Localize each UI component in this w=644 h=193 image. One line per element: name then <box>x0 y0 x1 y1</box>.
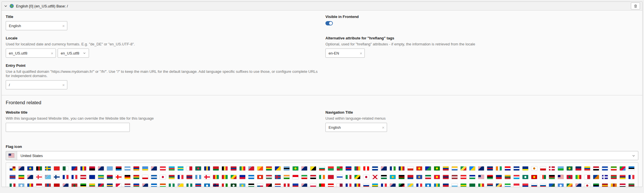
flag-option-guinea[interactable] <box>211 173 220 181</box>
flag-option-north-macedonia[interactable] <box>530 173 538 181</box>
clear-icon[interactable]: × <box>380 125 384 130</box>
flag-option-ghana[interactable] <box>132 173 141 181</box>
flag-option-fiji[interactable] <box>43 173 52 181</box>
flag-option-guyana[interactable] <box>229 173 238 181</box>
flag-option-reunion[interactable] <box>344 181 353 187</box>
flag-option-singapore[interactable] <box>512 181 521 187</box>
flag-option-iran[interactable] <box>300 173 309 181</box>
flag-option-malta[interactable] <box>583 173 592 181</box>
flag-option-iceland[interactable] <box>273 173 282 181</box>
flag-option-falkland-islands[interactable] <box>26 173 35 181</box>
flag-option-algeria[interactable] <box>61 164 70 173</box>
flag-option-benin[interactable] <box>238 164 247 173</box>
flag-option-puerto-rico[interactable] <box>326 181 335 187</box>
clear-icon[interactable]: × <box>49 51 53 55</box>
flag-option-croatia[interactable] <box>503 164 512 173</box>
flag-option-spain[interactable] <box>600 181 609 187</box>
locale-select[interactable]: en_US.utf8 <box>58 49 89 58</box>
flag-option-bulgaria[interactable] <box>317 164 326 173</box>
flag-option-montserrat[interactable] <box>61 181 70 187</box>
flag-option-saint-martin[interactable] <box>415 181 424 187</box>
flag-option-mozambique[interactable] <box>79 181 88 187</box>
flag-option-sao-tome-and-principe[interactable] <box>459 181 468 187</box>
flag-option-serbia[interactable] <box>485 181 494 187</box>
flag-option-estonia[interactable] <box>627 164 636 173</box>
flag-option-language-multiple[interactable] <box>8 164 17 173</box>
flag-option-marshall-islands[interactable] <box>592 173 600 181</box>
flag-option-aland-islands[interactable] <box>43 164 52 173</box>
flag-option-nepal[interactable] <box>114 181 123 187</box>
flag-option-liechtenstein[interactable] <box>494 173 503 181</box>
flag-option-paraguay[interactable] <box>273 181 282 187</box>
flag-option-andorra[interactable] <box>79 164 88 173</box>
flag-option-cook-islands[interactable] <box>477 164 485 173</box>
flag-option-mayotte[interactable] <box>627 173 636 181</box>
flag-option-netherlands[interactable] <box>123 181 132 187</box>
flag-option-brazil[interactable] <box>291 164 300 173</box>
flag-option-american-samoa[interactable] <box>70 164 79 173</box>
flag-option-chile[interactable] <box>406 164 415 173</box>
flag-option-nauru[interactable] <box>105 181 114 187</box>
flag-option-equatorial-guinea[interactable] <box>609 164 618 173</box>
flag-option-saint-vincent-and-the-grenadines[interactable] <box>432 181 441 187</box>
flag-option-bermuda[interactable] <box>247 164 256 173</box>
flag-option-cyprus[interactable] <box>530 164 538 173</box>
flag-option-burkina-faso[interactable] <box>326 164 335 173</box>
website-title-input[interactable] <box>8 125 127 130</box>
hreflang-input[interactable] <box>328 51 358 56</box>
flag-option-hungary[interactable] <box>264 173 273 181</box>
flag-option-niue[interactable] <box>176 181 185 187</box>
flag-option-sri-lanka[interactable] <box>609 181 618 187</box>
flag-option-colombia[interactable] <box>441 164 450 173</box>
flag-option-cameroon[interactable] <box>353 164 362 173</box>
flag-option-sudan[interactable] <box>618 181 627 187</box>
flag-option-senegal[interactable] <box>477 181 485 187</box>
flag-option-gibraltar[interactable] <box>141 173 149 181</box>
flag-option-bahrain[interactable] <box>185 164 194 173</box>
flag-option-namibia[interactable] <box>96 181 105 187</box>
flag-option-iraq[interactable] <box>309 173 317 181</box>
flag-option-cape-verde[interactable] <box>370 164 379 173</box>
flag-option-grenada[interactable] <box>167 173 176 181</box>
flag-option-nicaragua[interactable] <box>149 181 158 187</box>
flag-option-georgia[interactable] <box>114 173 123 181</box>
flag-option-new-zealand[interactable] <box>141 181 149 187</box>
flag-option-egypt[interactable] <box>592 164 600 173</box>
flag-option-lesotho[interactable] <box>468 173 477 181</box>
flag-option-montenegro[interactable] <box>52 181 61 187</box>
flag-option-libya[interactable] <box>485 173 494 181</box>
flag-option-azerbaijan[interactable] <box>167 164 176 173</box>
flag-option-french-polynesia[interactable] <box>79 173 88 181</box>
flag-option-italy[interactable] <box>344 173 353 181</box>
flag-option-madagascar[interactable] <box>538 173 547 181</box>
flag-option-greece[interactable] <box>149 173 158 181</box>
flag-option-aruba[interactable] <box>141 164 149 173</box>
flag-option-seychelles[interactable] <box>494 181 503 187</box>
flag-option-luxembourg[interactable] <box>512 173 521 181</box>
flag-option-congo-brazzaville[interactable] <box>459 164 468 173</box>
flag-option-monaco[interactable] <box>35 181 43 187</box>
flag-option-bosnia-and-herzegovina[interactable] <box>273 164 282 173</box>
flag-option-south-sudan[interactable] <box>592 181 600 187</box>
flag-option-liberia[interactable] <box>477 173 485 181</box>
clear-icon[interactable]: × <box>60 24 65 28</box>
flag-option-malawi[interactable] <box>547 173 556 181</box>
flag-option-botswana[interactable] <box>282 164 291 173</box>
flag-option-christmas-island[interactable] <box>424 164 432 173</box>
flag-option-greenland[interactable] <box>158 173 167 181</box>
flag-option-san-marino[interactable] <box>450 181 459 187</box>
flag-option-pakistan[interactable] <box>229 181 238 187</box>
flag-option-somalia[interactable] <box>556 181 565 187</box>
flag-option-northern-mariana-islands[interactable] <box>202 181 211 187</box>
flag-option-france[interactable] <box>61 173 70 181</box>
flag-option-philippines[interactable] <box>291 181 300 187</box>
delete-language-button[interactable] <box>631 3 640 9</box>
flag-option-lebanon[interactable] <box>459 173 468 181</box>
flag-option-south-georgia[interactable] <box>574 181 583 187</box>
flag-option-austria[interactable] <box>158 164 167 173</box>
flag-option-jordan[interactable] <box>379 173 388 181</box>
flag-option-norfolk-island[interactable] <box>185 181 194 187</box>
flag-select[interactable]: United States <box>6 151 638 160</box>
flag-option-djibouti[interactable] <box>556 164 565 173</box>
flag-option-barbados[interactable] <box>202 164 211 173</box>
